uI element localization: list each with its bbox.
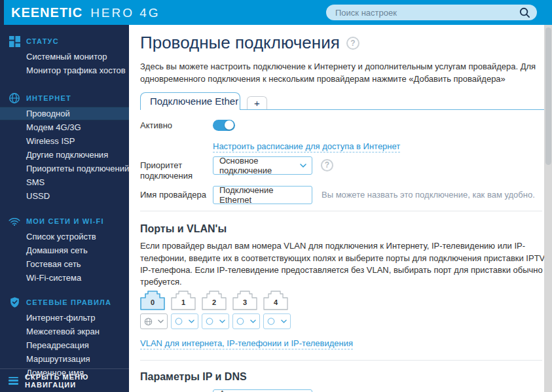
nav-section-my-networks: МОИ СЕТИ И WI-FI Список устройств Домашн…	[0, 215, 129, 285]
priority-help-icon[interactable]: ?	[321, 159, 333, 171]
provider-name-input[interactable]: Подключение Ethernet	[213, 186, 312, 204]
page-title-row: Проводные подключения ?	[140, 33, 544, 53]
sidebar-item-port-forwarding[interactable]: Переадресация	[0, 338, 129, 352]
wifi-icon	[9, 215, 20, 227]
schedule-link[interactable]: Настроить расписание для доступа в Интер…	[213, 141, 400, 152]
port-4-role-select[interactable]	[263, 313, 291, 329]
scrollbar-thumb[interactable]	[545, 27, 551, 165]
provider-name-hint: Вы можете назвать это подключение, как в…	[322, 186, 535, 200]
sidebar-item-host-traffic-monitor[interactable]: Монитор трафика хостов	[0, 63, 129, 77]
port-0-number: 0	[140, 298, 165, 306]
port-0-ethernet-icon[interactable]: 0	[140, 291, 165, 310]
add-provider-tab-button[interactable]: +	[247, 96, 267, 110]
search-input[interactable]	[335, 8, 519, 18]
globe-icon	[9, 92, 20, 104]
logo-model-text: HERO 4G	[90, 6, 160, 20]
port-1-ethernet-icon[interactable]: 1	[171, 291, 196, 310]
port-4-ethernet-icon[interactable]: 4	[263, 291, 288, 310]
chevron-down-icon	[219, 319, 225, 323]
page-help-icon[interactable]: ?	[346, 37, 359, 50]
vertical-scrollbar[interactable]	[544, 25, 552, 392]
sidebar-item-device-list[interactable]: Список устройств	[0, 230, 129, 243]
active-label: Активно	[140, 120, 213, 132]
collapse-menu-label: СКРЫТЬ МЕНЮ НАВИГАЦИИ	[25, 373, 129, 389]
nav-header-status: СТАТУС	[0, 35, 129, 48]
sidebar-item-sms[interactable]: SMS	[0, 175, 129, 189]
nav-title-status: СТАТУС	[26, 37, 59, 45]
empty-circle-icon	[206, 317, 213, 325]
tabbar-underline	[240, 109, 544, 110]
section-divider	[140, 360, 542, 361]
sidebar-item-wired[interactable]: Проводной	[0, 107, 129, 120]
chevron-down-icon	[158, 319, 164, 323]
port-2-role-select[interactable]	[202, 313, 229, 329]
port-3-number: 3	[232, 298, 257, 306]
port-0-role-select[interactable]	[140, 313, 168, 329]
port-2-column: 2	[202, 291, 229, 310]
priority-row: Приоритет подключения Основное подключен…	[140, 156, 544, 183]
nav-section-internet: ИНТЕРНЕТ Проводной Модем 4G/3G Wireless …	[0, 92, 129, 203]
port-3-column: 3	[232, 291, 260, 310]
hamburger-icon	[9, 377, 18, 385]
sidebar-item-system-monitor[interactable]: Системный монитор	[0, 50, 129, 63]
nav-section-network-rules: СЕТЕВЫЕ ПРАВИЛА Интернет-фильтр Межсетев…	[0, 296, 129, 380]
nav-header-my-networks: МОИ СЕТИ И WI-FI	[0, 215, 129, 228]
schedule-link-row: Настроить расписание для доступа в Интер…	[140, 140, 544, 152]
collapse-menu-button[interactable]: СКРЫТЬ МЕНЮ НАВИГАЦИИ	[0, 368, 129, 392]
sidebar-nav: СТАТУС Системный монитор Монитор трафика…	[0, 25, 129, 392]
port-2-ethernet-icon[interactable]: 2	[202, 291, 227, 310]
ip-setup-label: Настройка IP	[140, 389, 213, 392]
ip-dns-section-heading: Параметры IP и DNS	[140, 371, 544, 383]
nav-title-my-networks: МОИ СЕТИ И WI-FI	[26, 217, 104, 225]
sidebar-item-routing[interactable]: Маршрутизация	[0, 352, 129, 366]
port-4-number: 4	[263, 298, 288, 306]
sidebar-item-connection-priorities[interactable]: Приоритеты подключений	[0, 162, 129, 175]
sidebar-item-wifi-system[interactable]: Wi-Fi-система	[0, 271, 129, 285]
search-box[interactable]	[326, 5, 537, 20]
active-toggle[interactable]	[213, 120, 235, 131]
provider-name-row: Имя провайдера Подключение Ethernet Вы м…	[140, 186, 544, 204]
vlan-settings-link[interactable]: VLAN для интернета, IP-телефонии и IP-те…	[140, 338, 353, 349]
port-1-number: 1	[171, 298, 196, 306]
ports-section-description: Если провайдер выдал вам номера VLAN для…	[140, 240, 544, 288]
ip-setup-select[interactable]: Автоматическая (DHCP)	[213, 389, 312, 392]
ports-row: 0 1 2 3 4	[140, 291, 544, 310]
provider-name-label: Имя провайдера	[140, 186, 213, 201]
section-divider	[140, 211, 542, 211]
chevron-down-icon	[250, 319, 256, 323]
port-dropdowns-row	[140, 313, 544, 329]
sidebar-item-ussd[interactable]: USSD	[0, 189, 129, 203]
port-3-ethernet-icon[interactable]: 3	[232, 291, 257, 310]
sidebar-item-firewall[interactable]: Межсетевой экран	[0, 325, 129, 338]
tab-connection-ethernet[interactable]: Подключение Ether…	[140, 92, 240, 110]
port-3-role-select[interactable]	[232, 313, 260, 329]
connection-tabbar: Подключение Ether… +	[140, 92, 544, 110]
sidebar-item-wireless-isp[interactable]: Wireless ISP	[0, 134, 129, 148]
vlan-link-row: VLAN для интернета, IP-телефонии и IP-те…	[140, 337, 544, 349]
search-icon[interactable]	[519, 7, 530, 18]
sidebar-item-modem-4g-3g[interactable]: Модем 4G/3G	[0, 120, 129, 134]
topbar: KEENETIC HERO 4G	[0, 0, 552, 25]
sidebar-item-internet-filter[interactable]: Интернет-фильтр	[0, 311, 129, 325]
priority-label: Приоритет подключения	[140, 156, 213, 183]
shield-check-icon	[9, 296, 20, 308]
dashboard-icon	[9, 35, 20, 47]
nav-title-internet: ИНТЕРНЕТ	[26, 94, 71, 102]
port-1-role-select[interactable]	[171, 313, 198, 329]
empty-circle-icon	[175, 317, 183, 325]
globe-icon	[144, 317, 153, 326]
port-0-column: 0	[140, 291, 168, 310]
nav-header-internet: ИНТЕРНЕТ	[0, 92, 129, 105]
priority-select-value: Основное подключение	[219, 156, 300, 175]
nav-title-network-rules: СЕТЕВЫЕ ПРАВИЛА	[26, 298, 111, 306]
nav-section-status: СТАТУС Системный монитор Монитор трафика…	[0, 35, 129, 77]
priority-select[interactable]: Основное подключение	[213, 156, 312, 175]
port-1-column: 1	[171, 291, 198, 310]
sidebar-item-guest-network[interactable]: Гостевая сеть	[0, 257, 129, 271]
port-2-number: 2	[202, 298, 227, 306]
ip-setup-row: Настройка IP Автоматическая (DHCP)	[140, 389, 544, 392]
main-content: Проводные подключения ? Здесь вы можете …	[129, 25, 544, 392]
empty-circle-icon	[267, 317, 275, 325]
sidebar-item-home-network[interactable]: Домашняя сеть	[0, 243, 129, 257]
sidebar-item-other-connections[interactable]: Другие подключения	[0, 148, 129, 162]
